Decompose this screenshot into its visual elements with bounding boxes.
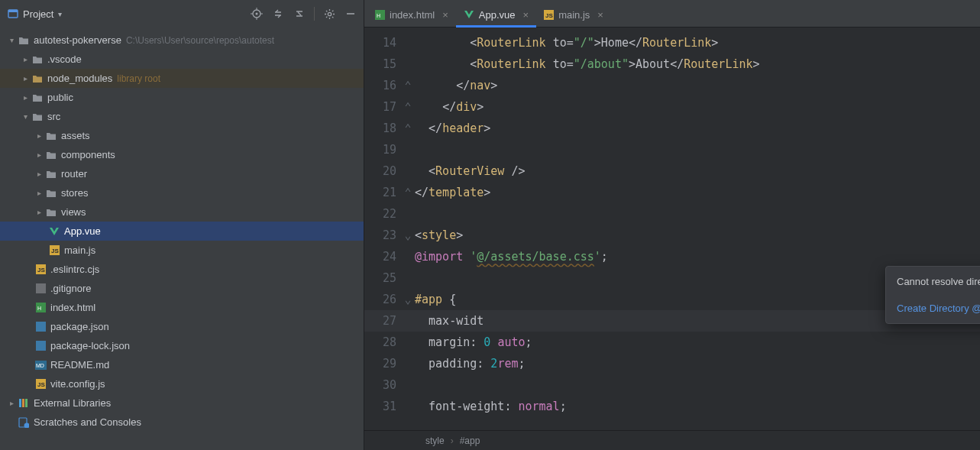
svg-text:JS: JS xyxy=(37,267,45,274)
folder-icon xyxy=(31,112,44,121)
editor-tabs: H index.html × App.vue × JS main.js × xyxy=(364,0,980,28)
tree-label: .vscode xyxy=(47,53,82,65)
project-tree: ▾ autotest-pokerverse C:\Users\User\sour… xyxy=(0,28,364,450)
svg-point-3 xyxy=(256,13,258,15)
svg-point-8 xyxy=(328,12,331,15)
tree-folder[interactable]: ▸node_moduleslibrary root xyxy=(0,69,364,88)
svg-text:JS: JS xyxy=(545,12,553,19)
tree-folder[interactable]: ▸stores xyxy=(0,183,364,202)
tree-label: package.json xyxy=(50,321,109,332)
folder-icon xyxy=(31,93,44,102)
js-file-icon: JS xyxy=(34,379,47,389)
html-file-icon: H xyxy=(375,10,385,20)
tree-label: README.md xyxy=(50,359,109,371)
tree-file[interactable]: JS.eslintrc.cjs xyxy=(0,260,364,279)
tab-index-html[interactable]: H index.html × xyxy=(367,2,456,27)
tree-file[interactable]: MDREADME.md xyxy=(0,355,364,374)
md-file-icon: MD xyxy=(34,361,47,370)
tree-folder[interactable]: ▸.vscode xyxy=(0,50,364,69)
collapse-all-icon[interactable] xyxy=(291,5,308,22)
tree-folder[interactable]: ▾src xyxy=(0,107,364,126)
tree-label: public xyxy=(47,92,73,103)
create-directory-link[interactable]: Create Directory @ xyxy=(897,303,980,314)
svg-point-27 xyxy=(24,422,30,428)
tree-label: autotest-pokerverse xyxy=(34,34,121,46)
tree-folder[interactable]: ▸router xyxy=(0,164,364,183)
chevron-right-icon: › xyxy=(451,435,454,446)
tree-file[interactable]: .gitignore xyxy=(0,279,364,298)
tree-file[interactable]: package-lock.json xyxy=(0,336,364,355)
gitignore-file-icon xyxy=(34,283,47,293)
close-icon[interactable]: × xyxy=(523,9,529,21)
tree-file[interactable]: JSvite.config.js xyxy=(0,374,364,393)
svg-rect-25 xyxy=(25,399,27,407)
tree-label: vite.config.js xyxy=(50,378,105,390)
close-icon[interactable]: × xyxy=(597,9,603,21)
folder-icon xyxy=(44,208,58,217)
scratches[interactable]: Scratches and Consoles xyxy=(0,413,364,432)
gear-icon[interactable] xyxy=(321,5,338,22)
library-folder-icon xyxy=(31,74,44,83)
json-file-icon xyxy=(34,341,47,351)
fold-gutter[interactable]: ⌃⌃⌃⌃⌄⌄ xyxy=(401,28,415,430)
hide-icon[interactable] xyxy=(342,5,359,22)
tree-label: assets xyxy=(61,130,90,141)
tree-label: node_modules xyxy=(47,73,112,84)
js-file-icon: JS xyxy=(34,264,47,274)
svg-rect-18 xyxy=(36,341,46,351)
tree-file[interactable]: package.json xyxy=(0,317,364,336)
svg-text:MD: MD xyxy=(36,363,44,368)
svg-rect-1 xyxy=(8,10,18,12)
expand-all-icon[interactable] xyxy=(270,5,286,22)
tree-folder[interactable]: ▸components xyxy=(0,145,364,164)
close-icon[interactable]: × xyxy=(442,9,448,21)
tab-app-vue[interactable]: App.vue × xyxy=(456,2,536,27)
tree-file[interactable]: JSmain.js xyxy=(0,241,364,260)
tree-folder[interactable]: ▸assets xyxy=(0,126,364,145)
popup-title: Cannot resolve directory '@' xyxy=(897,276,980,287)
tree-hint: library root xyxy=(117,73,160,84)
tab-label: main.js xyxy=(558,9,590,21)
breadcrumb[interactable]: style › #app xyxy=(364,430,980,450)
tree-folder[interactable]: ▸views xyxy=(0,202,364,222)
html-file-icon: H xyxy=(34,303,47,312)
tab-main-js[interactable]: JS main.js × xyxy=(536,2,611,27)
vue-file-icon xyxy=(464,9,474,20)
folder-icon xyxy=(44,170,58,179)
project-title: Project xyxy=(23,8,53,20)
tree-label: .eslintrc.cjs xyxy=(50,264,99,275)
separator xyxy=(314,7,315,21)
svg-rect-17 xyxy=(36,322,46,332)
line-numbers: 141516171819202122232425262728293031 xyxy=(364,28,401,430)
svg-text:JS: JS xyxy=(37,381,45,388)
library-icon xyxy=(17,398,31,408)
tree-label: External Libraries xyxy=(34,397,111,409)
tree-path: C:\Users\User\source\repos\autotest xyxy=(126,35,274,46)
tree-folder[interactable]: ▸public xyxy=(0,88,364,107)
js-file-icon: JS xyxy=(47,245,61,255)
tree-label: main.js xyxy=(64,244,95,256)
vue-file-icon xyxy=(47,226,61,237)
tab-label: index.html xyxy=(390,9,435,21)
breadcrumb-item[interactable]: #app xyxy=(460,435,480,446)
code-lines[interactable]: <RouterLink to="/">Home</RouterLink> <Ro… xyxy=(415,28,980,430)
tree-label: router xyxy=(61,168,87,180)
tree-label: stores xyxy=(61,187,88,199)
tree-file[interactable]: Hindex.html xyxy=(0,298,364,317)
folder-icon xyxy=(44,151,58,160)
folder-icon xyxy=(44,131,58,141)
project-icon xyxy=(8,8,18,19)
js-file-icon: JS xyxy=(544,10,554,20)
tree-root[interactable]: ▾ autotest-pokerverse C:\Users\User\sour… xyxy=(0,31,364,50)
folder-icon xyxy=(31,55,44,64)
code-editor[interactable]: 141516171819202122232425262728293031 ⌃⌃⌃… xyxy=(364,28,980,430)
svg-text:H: H xyxy=(377,13,380,18)
tree-label: App.vue xyxy=(64,225,101,237)
external-libraries[interactable]: ▸External Libraries xyxy=(0,393,364,413)
breadcrumb-item[interactable]: style xyxy=(425,435,445,446)
locate-icon[interactable] xyxy=(248,5,265,22)
project-sidebar: Project ▾ ▾ autotest-pokerverse C:\Users… xyxy=(0,0,364,450)
tree-file[interactable]: App.vue xyxy=(0,222,364,241)
svg-rect-14 xyxy=(36,283,46,293)
project-selector[interactable]: Project ▾ xyxy=(8,8,62,20)
